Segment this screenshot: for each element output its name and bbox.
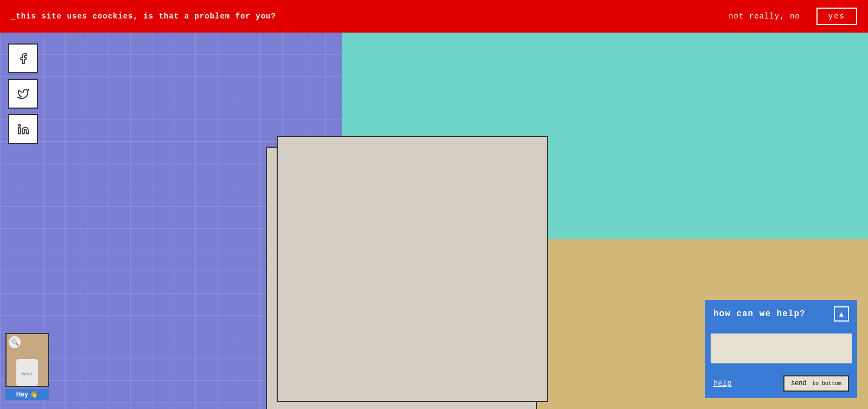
facebook-icon[interactable]	[8, 43, 38, 73]
sidebar	[8, 43, 38, 144]
send-button[interactable]: send to bottom	[783, 375, 849, 392]
linkedin-icon[interactable]	[8, 114, 38, 144]
svg-rect-0	[18, 128, 20, 134]
help-input-area	[705, 328, 857, 371]
avatar-image: 🔍 wear	[5, 333, 49, 387]
help-textarea[interactable]	[711, 334, 852, 363]
svg-point-2	[19, 341, 35, 361]
main-area: ux_juego 00:00:43 X 1 / 4 @ other .com .…	[0, 33, 868, 409]
send-sublabel: to bottom	[812, 381, 841, 387]
help-widget: how can we help? ▲ help send to bottom	[705, 300, 857, 398]
not-really-text: not really, no	[729, 12, 800, 21]
cookie-message: _this site uses coockies, is that a prob…	[11, 12, 276, 21]
cookie-bar: _this site uses coockies, is that a prob…	[0, 0, 868, 33]
cookie-actions: not really, no yes	[729, 8, 857, 25]
twitter-icon[interactable]	[8, 79, 38, 109]
help-title: how can we help?	[713, 309, 806, 319]
help-collapse-button[interactable]: ▲	[834, 306, 849, 322]
svg-point-1	[18, 124, 20, 126]
avatar-widget: 🔍 wear Hey 👋	[5, 333, 49, 404]
dialog-shadow-1	[277, 136, 548, 402]
help-footer: help send to bottom	[705, 371, 857, 398]
svg-text:wear: wear	[21, 371, 33, 376]
help-link[interactable]: help	[713, 379, 732, 388]
yes-button[interactable]: yes	[816, 8, 857, 25]
help-header: how can we help? ▲	[705, 300, 857, 328]
hey-badge: Hey 👋	[5, 389, 49, 400]
send-label: send	[791, 380, 807, 387]
